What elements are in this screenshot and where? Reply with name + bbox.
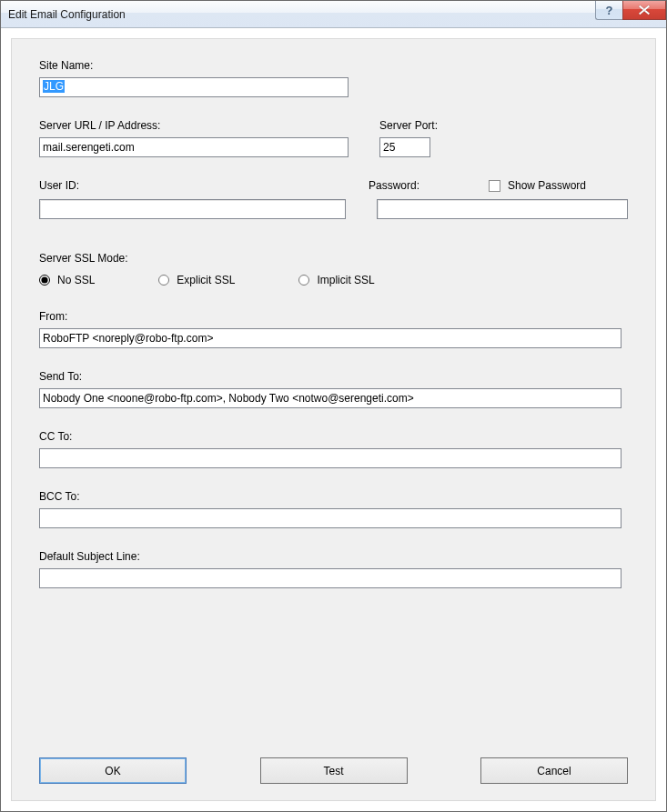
content-area: Site Name: JLG Server URL / IP Address: … [1, 28, 666, 811]
window-title: Edit Email Configuration [8, 8, 126, 21]
send-to-input[interactable] [39, 388, 622, 408]
help-icon: ? [606, 4, 613, 17]
ok-button[interactable]: OK [39, 757, 187, 784]
site-name-label: Site Name: [39, 59, 628, 72]
show-password-checkbox[interactable] [489, 180, 500, 192]
send-to-group: Send To: [39, 370, 628, 408]
cc-to-input[interactable] [39, 448, 622, 468]
form-panel: Site Name: JLG Server URL / IP Address: … [11, 38, 656, 801]
site-name-group: Site Name: JLG [39, 59, 628, 97]
ssl-explicit-label: Explicit SSL [177, 274, 235, 286]
subject-group: Default Subject Line: [39, 550, 628, 588]
ssl-option-explicit[interactable]: Explicit SSL [158, 274, 235, 286]
ssl-radio-none[interactable] [39, 275, 50, 286]
password-label: Password: [369, 179, 419, 192]
server-row: Server URL / IP Address: Server Port: [39, 119, 628, 157]
user-id-label: User ID: [39, 179, 79, 192]
test-button[interactable]: Test [260, 757, 408, 784]
subject-label: Default Subject Line: [39, 550, 628, 563]
help-button[interactable]: ? [595, 1, 622, 20]
show-password-group: Show Password [489, 179, 586, 192]
ssl-mode-label: Server SSL Mode: [39, 252, 628, 265]
user-id-input[interactable] [39, 199, 346, 219]
ssl-radio-implicit[interactable] [298, 275, 309, 286]
bcc-to-label: BCC To: [39, 490, 628, 503]
cancel-button[interactable]: Cancel [480, 757, 628, 784]
server-port-label: Server Port: [379, 119, 438, 132]
dialog-buttons: OK Test Cancel [39, 757, 628, 784]
from-input[interactable] [39, 328, 622, 348]
ssl-none-label: No SSL [57, 274, 95, 286]
server-port-input[interactable] [379, 137, 430, 157]
ssl-mode-group: Server SSL Mode: No SSL Explicit SSL Imp… [39, 252, 628, 286]
titlebar-buttons: ? [595, 1, 666, 20]
send-to-label: Send To: [39, 370, 628, 383]
ssl-radio-explicit[interactable] [158, 275, 169, 286]
close-icon [638, 5, 651, 15]
bcc-to-input[interactable] [39, 508, 622, 528]
ssl-implicit-label: Implicit SSL [317, 274, 374, 286]
server-url-label: Server URL / IP Address: [39, 119, 349, 132]
cc-to-group: CC To: [39, 430, 628, 468]
from-group: From: [39, 310, 628, 348]
credentials-row: Show Password User ID: Password: [39, 179, 628, 219]
ssl-option-implicit[interactable]: Implicit SSL [298, 274, 374, 286]
dialog-window: Edit Email Configuration ? Site Name: JL… [0, 0, 667, 812]
ssl-option-none[interactable]: No SSL [39, 274, 95, 286]
from-label: From: [39, 310, 628, 323]
site-name-input[interactable] [39, 77, 349, 97]
titlebar: Edit Email Configuration ? [1, 1, 666, 28]
password-input[interactable] [377, 199, 628, 219]
show-password-label: Show Password [508, 179, 586, 192]
server-url-input[interactable] [39, 137, 349, 157]
close-button[interactable] [622, 1, 666, 20]
cc-to-label: CC To: [39, 430, 628, 443]
subject-input[interactable] [39, 568, 622, 588]
bcc-to-group: BCC To: [39, 490, 628, 528]
